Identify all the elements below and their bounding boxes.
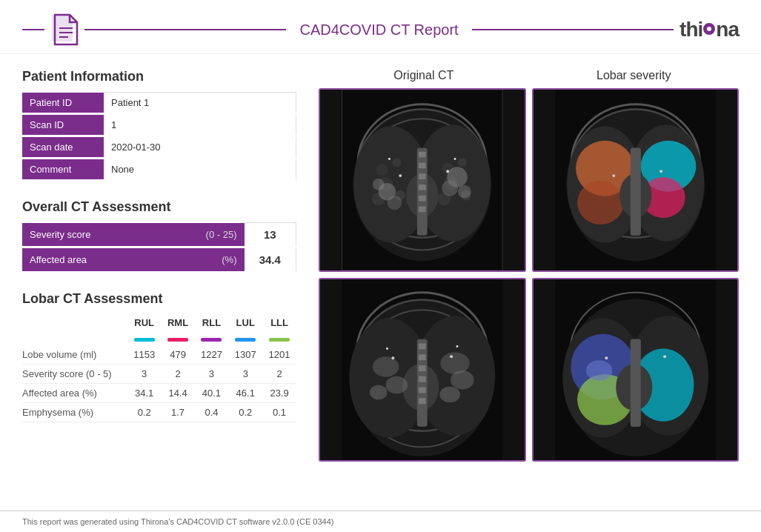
svg-rect-33 <box>419 152 426 158</box>
info-value: Patient 1 <box>104 93 296 114</box>
lobar-cell-value: 0.2 <box>127 403 162 422</box>
lobar-color-bar <box>262 331 296 345</box>
lobar-column-header: LLL <box>262 314 296 331</box>
patient-info-table: Patient ID Patient 1 Scan ID 1 Scan date… <box>22 92 296 182</box>
lobar-column-header: RML <box>162 314 195 331</box>
svg-rect-32 <box>417 148 428 236</box>
brand-logo: thina <box>679 18 739 41</box>
svg-point-70 <box>391 356 394 359</box>
svg-rect-36 <box>419 184 426 190</box>
overall-assessment-title: Overall CT Assessment <box>22 199 296 215</box>
lobar-color-bar-row <box>22 331 296 345</box>
svg-point-91 <box>585 360 611 381</box>
lobar-cell-value: 2 <box>262 365 296 384</box>
lobar-column-header: RLL <box>195 314 229 331</box>
svg-point-64 <box>373 356 399 377</box>
lobar-assessment-title: Lobar CT Assessment <box>22 291 296 307</box>
lobar-column-header: LUL <box>228 314 262 331</box>
svg-point-27 <box>458 185 471 199</box>
lobar-cell-value: 0.4 <box>195 403 229 422</box>
lobar-color-bar <box>195 331 229 345</box>
ct-scan-lobar-bottom <box>534 279 738 460</box>
assessment-value: 34.4 <box>245 247 296 273</box>
lobar-column-header <box>22 314 127 331</box>
lobar-cell-value: 0.1 <box>262 403 296 422</box>
info-value: 1 <box>104 114 296 136</box>
svg-point-12 <box>376 164 388 176</box>
lobar-cell-value: 3 <box>228 365 262 384</box>
right-panel: Original CT Lobar severity <box>319 69 739 462</box>
footer-text: This report was generated using Thirona'… <box>22 517 334 526</box>
original-ct-bottom <box>319 278 526 462</box>
svg-point-21 <box>458 158 467 167</box>
svg-rect-78 <box>419 376 426 382</box>
lobar-column-header: RUL <box>127 314 162 331</box>
lobar-cell-value: 23.9 <box>262 384 296 403</box>
assessment-label: Severity score <box>22 223 133 247</box>
svg-point-69 <box>439 387 460 403</box>
svg-rect-80 <box>419 398 426 404</box>
overall-assessment-table: Severity score (0 - 25) 13 Affected area… <box>22 222 296 273</box>
svg-point-71 <box>450 355 453 358</box>
header-title: CAD4COVID CT Report <box>299 21 458 39</box>
images-header: Original CT Lobar severity <box>319 69 739 82</box>
document-icon <box>50 13 79 46</box>
assessment-range: (%) <box>133 247 245 273</box>
svg-point-65 <box>386 376 408 394</box>
patient-info-row: Comment None <box>22 159 296 181</box>
svg-point-19 <box>373 179 385 190</box>
page-header: CAD4COVID CT Report thina <box>0 0 761 54</box>
footer: This report was generated using Thirona'… <box>0 511 761 532</box>
patient-info-title: Patient Information <box>22 69 296 84</box>
svg-rect-35 <box>419 173 426 179</box>
lobar-row-label: Emphysema (%) <box>22 403 127 422</box>
svg-point-54 <box>612 174 615 177</box>
svg-rect-93 <box>630 339 640 427</box>
svg-point-26 <box>442 180 458 196</box>
lobar-row-label: Affected area (%) <box>22 384 127 403</box>
assessment-value: 13 <box>245 223 296 247</box>
col2-label: Lobar severity <box>529 69 740 82</box>
svg-point-30 <box>454 158 456 160</box>
lobar-cell-value: 34.1 <box>127 384 162 403</box>
left-panel: Patient Information Patient ID Patient 1… <box>22 69 296 462</box>
info-label: Scan ID <box>22 114 104 136</box>
lobar-cell-value: 3 <box>195 365 229 384</box>
ct-scan-lobar-top <box>534 90 738 270</box>
lobar-cell-value: 46.1 <box>228 384 262 403</box>
info-label: Comment <box>22 159 104 181</box>
svg-rect-79 <box>419 388 426 393</box>
svg-point-73 <box>386 348 388 350</box>
svg-rect-37 <box>419 196 426 202</box>
svg-point-68 <box>451 370 473 390</box>
col1-label: Original CT <box>319 69 529 82</box>
lobar-color-bar <box>228 331 262 345</box>
lobar-cell-value: 1.7 <box>162 403 195 422</box>
svg-rect-76 <box>419 354 426 360</box>
header-line-right <box>84 29 286 30</box>
main-content: Patient Information Patient ID Patient 1… <box>0 54 761 469</box>
logo-icon <box>50 13 79 46</box>
lobar-cell-value: 1227 <box>195 345 229 365</box>
svg-point-51 <box>577 181 624 225</box>
lobar-data-row: Severity score (0 - 5)32332 <box>22 365 296 384</box>
lobar-severity-bottom <box>532 278 740 462</box>
lobar-cell-value: 1201 <box>262 345 296 365</box>
ct-scan-original-bottom <box>320 279 525 460</box>
svg-point-94 <box>605 356 608 359</box>
svg-rect-75 <box>419 344 426 350</box>
svg-rect-38 <box>419 206 426 212</box>
patient-info-row: Scan ID 1 <box>22 114 296 136</box>
header-line-right2 <box>472 29 674 30</box>
svg-point-13 <box>392 158 401 167</box>
svg-point-18 <box>388 196 402 210</box>
lobar-data-row: Lobe volume (ml)1153479122713071201 <box>22 345 296 365</box>
svg-point-29 <box>446 170 449 173</box>
images-grid <box>319 88 739 462</box>
info-value: None <box>104 159 296 181</box>
overall-assessment-row: Affected area (%) 34.4 <box>22 247 296 273</box>
lobar-cell-value: 3 <box>127 365 162 384</box>
lobar-cell-value: 2 <box>162 365 195 384</box>
original-ct-top <box>319 88 526 272</box>
brand-o-icon <box>703 23 715 35</box>
